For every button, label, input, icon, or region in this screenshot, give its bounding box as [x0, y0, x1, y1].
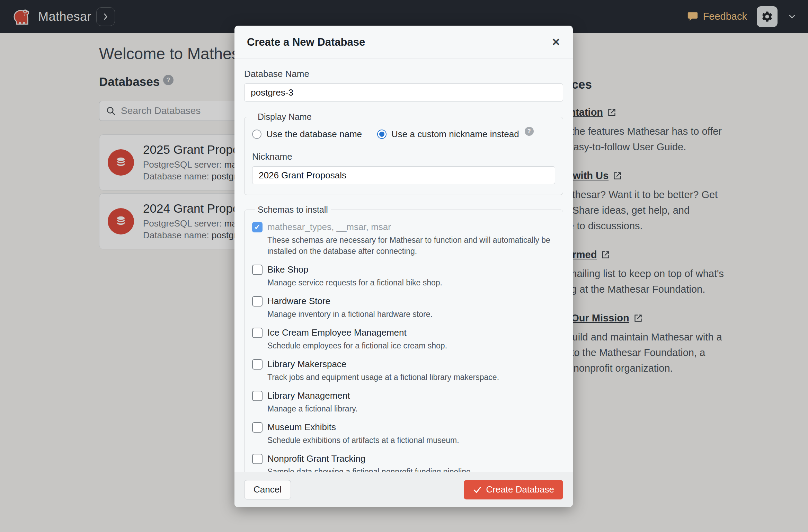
schema-description: Sample data showing a fictional nonprofi…	[267, 466, 551, 472]
display-name-legend: Display Name	[255, 112, 314, 122]
checkbox-icon[interactable]	[252, 454, 263, 464]
schema-description: Schedule employees for a fictional ice c…	[267, 340, 551, 351]
schema-item-nonprofit-grant-tracking: Nonprofit Grant Tracking Sample data sho…	[252, 453, 555, 472]
create-database-modal: Create a New Database ✕ Database Name Di…	[234, 26, 573, 507]
schema-description: Track jobs and equipment usage at a fict…	[267, 372, 551, 383]
radio-icon[interactable]	[252, 130, 261, 139]
checkbox-icon[interactable]	[252, 328, 263, 338]
nickname-label: Nickname	[252, 151, 555, 162]
schema-description: These schemas are necessary for Mathesar…	[267, 234, 551, 257]
schema-item-mathesar-internal: mathesar_types, __msar, msar These schem…	[252, 222, 555, 257]
checkbox-icon[interactable]	[252, 359, 263, 370]
schema-description: Schedule exhibitions of artifacts at a f…	[267, 435, 551, 446]
schema-item-ice-cream: Ice Cream Employee Management Schedule e…	[252, 327, 555, 351]
schemas-legend: Schemas to install	[255, 205, 331, 215]
cancel-button[interactable]: Cancel	[244, 480, 291, 499]
radio-use-database-name[interactable]: Use the database name	[252, 129, 362, 140]
database-name-label: Database Name	[244, 69, 309, 79]
radio-icon[interactable]	[377, 130, 387, 139]
checkbox-icon[interactable]	[252, 296, 263, 307]
schemas-fieldset: Schemas to install mathesar_types, __msa…	[244, 205, 563, 472]
check-icon	[473, 485, 482, 494]
schema-item-bike-shop: Bike Shop Manage service requests for a …	[252, 264, 555, 288]
schema-item-museum-exhibits: Museum Exhibits Schedule exhibitions of …	[252, 422, 555, 446]
schema-item-library-makerspace: Library Makerspace Track jobs and equipm…	[252, 359, 555, 383]
checkbox-icon[interactable]	[252, 265, 263, 275]
nickname-input[interactable]	[252, 166, 555, 184]
nickname-help-icon[interactable]: ?	[525, 127, 534, 136]
checkbox-icon[interactable]	[252, 391, 263, 401]
modal-title: Create a New Database	[247, 36, 365, 48]
display-name-fieldset: Display Name Use the database name Use a…	[244, 112, 563, 195]
checkbox-icon[interactable]	[252, 222, 263, 232]
schema-description: Manage a fictional library.	[267, 403, 551, 414]
schema-description: Manage inventory in a fictional hardware…	[267, 309, 551, 320]
schema-description: Manage service requests for a fictional …	[267, 277, 551, 288]
radio-use-custom-nickname[interactable]: Use a custom nickname instead ?	[377, 129, 534, 140]
close-icon[interactable]: ✕	[552, 37, 560, 47]
schema-item-library-management: Library Management Manage a fictional li…	[252, 390, 555, 414]
database-name-input[interactable]	[244, 83, 563, 101]
create-database-button[interactable]: Create Database	[464, 480, 563, 499]
checkbox-icon[interactable]	[252, 422, 263, 433]
schema-item-hardware-store: Hardware Store Manage inventory in a fic…	[252, 296, 555, 320]
